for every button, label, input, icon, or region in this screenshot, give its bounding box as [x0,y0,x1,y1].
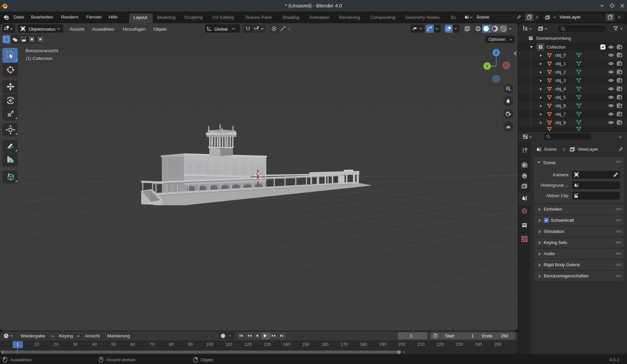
svg-text:Y: Y [486,64,488,69]
svg-text:Z: Z [495,51,497,55]
